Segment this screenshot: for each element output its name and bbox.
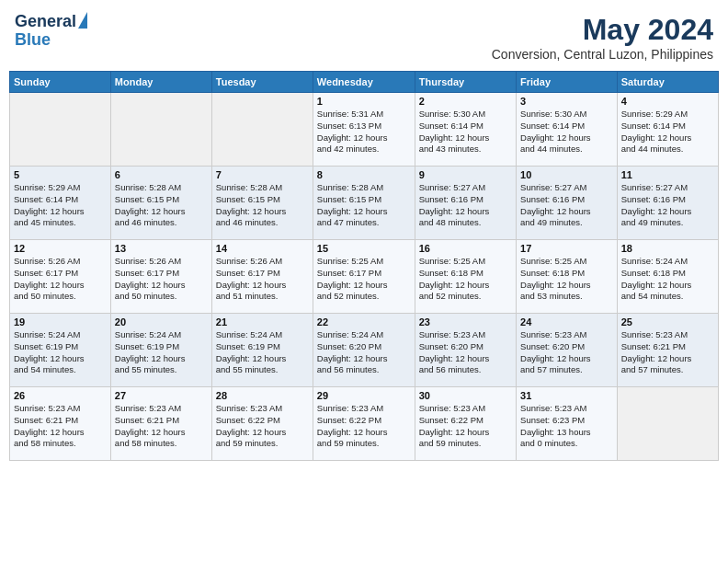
day-info: Sunrise: 5:24 AM Sunset: 6:19 PM Dayligh… [115, 329, 208, 376]
day-number: 29 [317, 390, 411, 401]
calendar-cell: 6Sunrise: 5:28 AM Sunset: 6:15 PM Daylig… [110, 167, 211, 240]
calendar-cell: 5Sunrise: 5:29 AM Sunset: 6:14 PM Daylig… [10, 167, 111, 240]
calendar-cell: 24Sunrise: 5:23 AM Sunset: 6:20 PM Dayli… [517, 314, 618, 387]
calendar-cell: 12Sunrise: 5:26 AM Sunset: 6:17 PM Dayli… [10, 240, 111, 314]
calendar-cell: 13Sunrise: 5:26 AM Sunset: 6:17 PM Dayli… [110, 240, 211, 314]
title-block: May 2024 Conversion, Central Luzon, Phil… [492, 13, 713, 62]
day-number: 3 [520, 96, 613, 107]
weekday-header-monday: Monday [110, 72, 211, 93]
day-info: Sunrise: 5:23 AM Sunset: 6:23 PM Dayligh… [520, 403, 613, 450]
calendar-week-row: 19Sunrise: 5:24 AM Sunset: 6:19 PM Dayli… [10, 314, 719, 387]
calendar-cell: 10Sunrise: 5:27 AM Sunset: 6:16 PM Dayli… [517, 167, 618, 240]
day-number: 15 [317, 243, 411, 254]
logo-text-general: General [15, 13, 76, 31]
calendar-cell: 8Sunrise: 5:28 AM Sunset: 6:15 PM Daylig… [313, 167, 415, 240]
day-info: Sunrise: 5:27 AM Sunset: 6:16 PM Dayligh… [419, 182, 512, 229]
weekday-header-friday: Friday [517, 72, 618, 93]
calendar-cell: 29Sunrise: 5:23 AM Sunset: 6:22 PM Dayli… [313, 387, 415, 461]
calendar-cell [10, 93, 111, 167]
day-info: Sunrise: 5:28 AM Sunset: 6:15 PM Dayligh… [216, 182, 309, 229]
calendar-cell [617, 387, 718, 461]
day-number: 1 [317, 96, 411, 107]
day-info: Sunrise: 5:23 AM Sunset: 6:21 PM Dayligh… [14, 403, 107, 450]
day-info: Sunrise: 5:27 AM Sunset: 6:16 PM Dayligh… [621, 182, 714, 229]
day-info: Sunrise: 5:23 AM Sunset: 6:22 PM Dayligh… [419, 403, 512, 450]
calendar-week-row: 1Sunrise: 5:31 AM Sunset: 6:13 PM Daylig… [10, 93, 719, 167]
calendar-cell: 26Sunrise: 5:23 AM Sunset: 6:21 PM Dayli… [10, 387, 111, 461]
day-number: 21 [216, 316, 309, 327]
weekday-header-thursday: Thursday [415, 72, 516, 93]
calendar-cell: 9Sunrise: 5:27 AM Sunset: 6:16 PM Daylig… [415, 167, 516, 240]
day-info: Sunrise: 5:24 AM Sunset: 6:19 PM Dayligh… [14, 329, 107, 376]
day-number: 26 [14, 390, 107, 401]
day-number: 8 [317, 169, 411, 180]
calendar-week-row: 5Sunrise: 5:29 AM Sunset: 6:14 PM Daylig… [10, 167, 719, 240]
weekday-header-saturday: Saturday [617, 72, 718, 93]
day-number: 14 [216, 243, 309, 254]
day-info: Sunrise: 5:26 AM Sunset: 6:17 PM Dayligh… [14, 256, 107, 303]
weekday-header-sunday: Sunday [10, 72, 111, 93]
day-info: Sunrise: 5:27 AM Sunset: 6:16 PM Dayligh… [520, 182, 613, 229]
day-info: Sunrise: 5:29 AM Sunset: 6:14 PM Dayligh… [14, 182, 107, 229]
calendar-cell: 14Sunrise: 5:26 AM Sunset: 6:17 PM Dayli… [211, 240, 313, 314]
calendar-cell: 30Sunrise: 5:23 AM Sunset: 6:22 PM Dayli… [415, 387, 516, 461]
day-info: Sunrise: 5:26 AM Sunset: 6:17 PM Dayligh… [216, 256, 309, 303]
day-info: Sunrise: 5:23 AM Sunset: 6:22 PM Dayligh… [216, 403, 309, 450]
page-header: General Blue May 2024 Conversion, Centra… [9, 9, 719, 65]
day-info: Sunrise: 5:31 AM Sunset: 6:13 PM Dayligh… [317, 109, 411, 155]
weekday-header-row: SundayMondayTuesdayWednesdayThursdayFrid… [10, 72, 719, 93]
calendar-cell: 23Sunrise: 5:23 AM Sunset: 6:20 PM Dayli… [415, 314, 516, 387]
weekday-header-tuesday: Tuesday [211, 72, 313, 93]
day-info: Sunrise: 5:23 AM Sunset: 6:20 PM Dayligh… [520, 329, 613, 376]
day-number: 7 [216, 169, 309, 180]
day-number: 30 [419, 390, 512, 401]
calendar-cell: 31Sunrise: 5:23 AM Sunset: 6:23 PM Dayli… [517, 387, 618, 461]
calendar-cell: 4Sunrise: 5:29 AM Sunset: 6:14 PM Daylig… [617, 93, 718, 167]
calendar-cell: 22Sunrise: 5:24 AM Sunset: 6:20 PM Dayli… [313, 314, 415, 387]
month-title: May 2024 [492, 13, 713, 47]
day-number: 18 [621, 243, 714, 254]
day-number: 10 [520, 169, 613, 180]
day-number: 19 [14, 316, 107, 327]
day-number: 4 [621, 96, 714, 107]
day-info: Sunrise: 5:24 AM Sunset: 6:20 PM Dayligh… [317, 329, 411, 376]
day-number: 27 [115, 390, 208, 401]
calendar-table: SundayMondayTuesdayWednesdayThursdayFrid… [9, 71, 719, 461]
calendar-cell: 7Sunrise: 5:28 AM Sunset: 6:15 PM Daylig… [211, 167, 313, 240]
day-number: 20 [115, 316, 208, 327]
day-number: 16 [419, 243, 512, 254]
calendar-cell: 11Sunrise: 5:27 AM Sunset: 6:16 PM Dayli… [617, 167, 718, 240]
calendar-cell: 27Sunrise: 5:23 AM Sunset: 6:21 PM Dayli… [110, 387, 211, 461]
day-number: 28 [216, 390, 309, 401]
day-number: 6 [115, 169, 208, 180]
calendar-cell: 20Sunrise: 5:24 AM Sunset: 6:19 PM Dayli… [110, 314, 211, 387]
day-info: Sunrise: 5:26 AM Sunset: 6:17 PM Dayligh… [115, 256, 208, 303]
day-number: 11 [621, 169, 714, 180]
weekday-header-wednesday: Wednesday [313, 72, 415, 93]
day-number: 23 [419, 316, 512, 327]
location-subtitle: Conversion, Central Luzon, Philippines [492, 47, 713, 62]
day-info: Sunrise: 5:24 AM Sunset: 6:19 PM Dayligh… [216, 329, 309, 376]
calendar-cell: 1Sunrise: 5:31 AM Sunset: 6:13 PM Daylig… [313, 93, 415, 167]
day-number: 25 [621, 316, 714, 327]
day-number: 31 [520, 390, 613, 401]
calendar-cell [211, 93, 313, 167]
day-number: 5 [14, 169, 107, 180]
logo: General Blue [15, 13, 87, 50]
day-info: Sunrise: 5:23 AM Sunset: 6:21 PM Dayligh… [621, 329, 714, 376]
day-number: 9 [419, 169, 512, 180]
logo-text-blue: Blue [15, 31, 51, 50]
calendar-week-row: 12Sunrise: 5:26 AM Sunset: 6:17 PM Dayli… [10, 240, 719, 314]
day-info: Sunrise: 5:28 AM Sunset: 6:15 PM Dayligh… [115, 182, 208, 229]
calendar-cell: 21Sunrise: 5:24 AM Sunset: 6:19 PM Dayli… [211, 314, 313, 387]
day-info: Sunrise: 5:23 AM Sunset: 6:20 PM Dayligh… [419, 329, 512, 376]
calendar-cell: 28Sunrise: 5:23 AM Sunset: 6:22 PM Dayli… [211, 387, 313, 461]
calendar-cell: 3Sunrise: 5:30 AM Sunset: 6:14 PM Daylig… [517, 93, 618, 167]
day-info: Sunrise: 5:30 AM Sunset: 6:14 PM Dayligh… [520, 109, 613, 155]
day-info: Sunrise: 5:25 AM Sunset: 6:18 PM Dayligh… [419, 256, 512, 303]
calendar-cell: 18Sunrise: 5:24 AM Sunset: 6:18 PM Dayli… [617, 240, 718, 314]
calendar-cell: 25Sunrise: 5:23 AM Sunset: 6:21 PM Dayli… [617, 314, 718, 387]
calendar-cell [110, 93, 211, 167]
day-info: Sunrise: 5:25 AM Sunset: 6:18 PM Dayligh… [520, 256, 613, 303]
day-number: 13 [115, 243, 208, 254]
